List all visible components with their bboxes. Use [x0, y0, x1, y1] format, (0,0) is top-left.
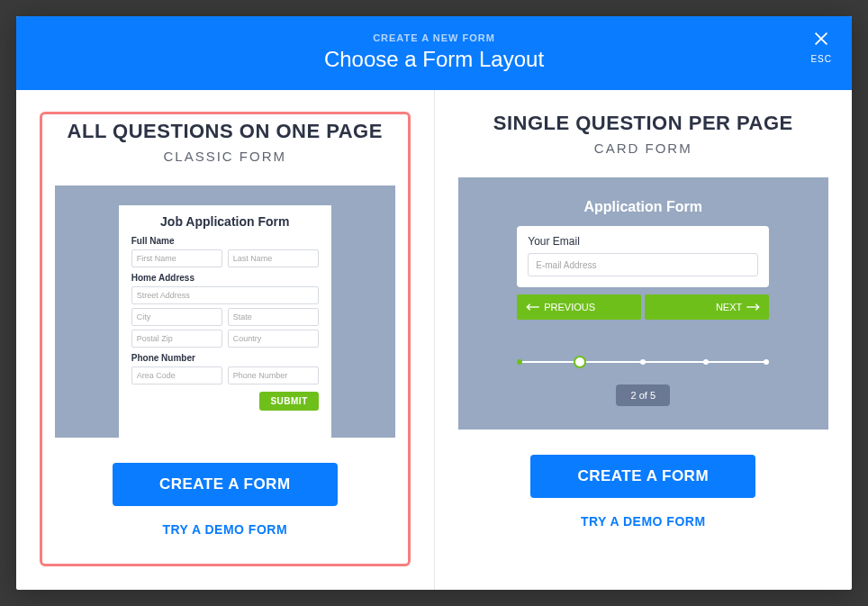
- card-field-label: Your Email: [528, 235, 758, 248]
- arrow-left-icon: [526, 303, 540, 312]
- input-country: Country: [228, 330, 319, 348]
- option-card[interactable]: SINGLE QUESTION PER PAGE CARD FORM Appli…: [434, 90, 853, 590]
- create-card-button[interactable]: CREATE A FORM: [530, 455, 755, 498]
- label-fullname: Full Name: [131, 236, 319, 246]
- arrow-right-icon: [746, 303, 760, 312]
- demo-classic-link[interactable]: TRY A DEMO FORM: [162, 522, 287, 537]
- close-button[interactable]: ESC: [810, 29, 832, 64]
- input-state: State: [228, 308, 319, 326]
- input-areacode: Area Code: [131, 366, 222, 384]
- option-classic[interactable]: ALL QUESTIONS ON ONE PAGE CLASSIC FORM J…: [16, 90, 434, 590]
- option-title: ALL QUESTIONS ON ONE PAGE: [68, 120, 383, 143]
- header-title: Choose a Form Layout: [34, 47, 834, 72]
- close-label: ESC: [810, 54, 832, 64]
- option-subtitle: CARD FORM: [594, 140, 692, 156]
- card-preview: Application Form Your Email E-mail Addre…: [458, 177, 829, 430]
- close-icon: [811, 29, 831, 49]
- label-phone: Phone Number: [131, 353, 319, 363]
- card-box: Your Email E-mail Address: [517, 226, 769, 287]
- label-address: Home Address: [131, 273, 319, 283]
- progress-bar: [517, 356, 769, 368]
- input-postal: Postal Zip: [131, 330, 222, 348]
- submit-button: SUBMIT: [259, 392, 318, 411]
- demo-card-link[interactable]: TRY A DEMO FORM: [581, 514, 706, 529]
- modal: CREATE A NEW FORM Choose a Form Layout E…: [16, 16, 852, 590]
- next-label: NEXT: [716, 302, 742, 312]
- input-street: Street Address: [131, 286, 319, 304]
- classic-preview: Job Application Form Full Name First Nam…: [55, 185, 395, 438]
- prev-label: PREVIOUS: [544, 302, 595, 312]
- backdrop: CREATE A NEW FORM Choose a Form Layout E…: [0, 0, 868, 606]
- card-prev-button: PREVIOUS: [517, 294, 641, 320]
- option-subtitle: CLASSIC FORM: [163, 149, 286, 164]
- create-classic-button[interactable]: CREATE A FORM: [113, 463, 338, 506]
- progress-label: 2 of 5: [616, 384, 670, 406]
- input-firstname: First Name: [131, 249, 222, 267]
- modal-header: CREATE A NEW FORM Choose a Form Layout E…: [16, 16, 852, 90]
- classic-form-card: Job Application Form Full Name First Nam…: [119, 205, 331, 438]
- input-phone: Phone Number: [228, 366, 319, 384]
- card-next-button: NEXT: [645, 294, 769, 320]
- modal-body: ALL QUESTIONS ON ONE PAGE CLASSIC FORM J…: [16, 90, 852, 590]
- input-lastname: Last Name: [228, 249, 319, 267]
- classic-form-title: Job Application Form: [131, 214, 319, 229]
- input-city: City: [131, 308, 222, 326]
- option-title: SINGLE QUESTION PER PAGE: [493, 112, 793, 135]
- header-kicker: CREATE A NEW FORM: [34, 32, 834, 43]
- card-form-title: Application Form: [517, 199, 769, 215]
- card-input: E-mail Address: [528, 253, 758, 276]
